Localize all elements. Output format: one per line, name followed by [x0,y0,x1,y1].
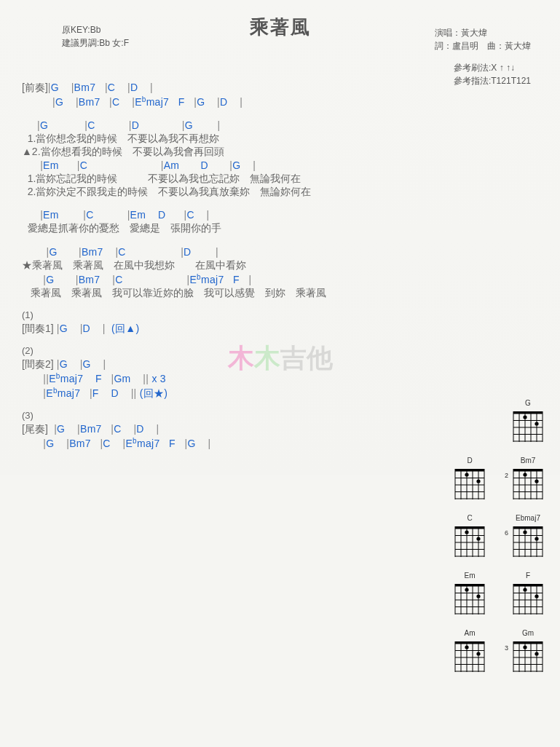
chord-diagram-f: F [509,572,547,616]
original-key: 原KEY:Bb [62,23,129,36]
fretboard-icon [452,466,487,501]
prechorus-lyric: 愛總是抓著你的憂愁 愛總是 張開你的手 [22,221,538,234]
section-1-num: (1) [22,309,538,322]
fretboard-icon: 6 [510,523,545,558]
verse-block: |G |C |D |G | 1.當你想念我的時候 不要以為我不再想妳 ▲2.當你… [22,119,538,198]
chorus-block: |G |Bm7 |C |D | ★乘著風 乘著風 在風中我想妳 在風中看妳 |G… [22,245,538,299]
section-2-num: (2) [22,345,538,357]
verse-lyric-2b: 2.當妳決定不跟我走的時候 不要以為我真放棄妳 無論妳何在 [22,185,538,198]
fretboard-icon [510,581,545,616]
chord-diagram-label: D [451,456,489,465]
chord-diagram-row: DBm72 [438,456,547,501]
chord-diagram-row: CEbmaj76 [438,514,547,558]
credits: 演唱：黃大煒 詞：盧昌明 曲：黃大煒 [435,26,531,52]
chord-diagram-g: G [509,399,547,443]
chord-diagram-d: D [451,456,489,501]
interlude-2-line3: |Ebmaj7 |F D || (回★) [22,385,538,400]
finger-pattern: 參考指法:T121T121 [454,74,531,87]
svg-point-27 [476,479,480,483]
singer: 演唱：黃大煒 [435,26,531,39]
svg-point-69 [535,537,538,540]
fretboard-icon: 3 [510,639,545,673]
svg-point-54 [465,530,468,534]
chord-diagram-row: EmF [438,572,547,616]
svg-point-111 [476,652,480,655]
chord-diagram-gm: Gm3 [509,629,547,673]
chord-diagram-label: Ebmaj7 [509,514,547,522]
chord-diagram-label: Bm7 [509,456,547,465]
chord-diagrams: GDBm72CEbmaj76EmFAmGm3 [438,399,547,687]
chord-diagram-ebmaj7: Ebmaj76 [509,514,547,558]
fretboard-icon [510,408,545,443]
chord-diagram-label: G [509,399,547,407]
svg-point-40 [523,473,527,476]
chord-diagram-label: Am [451,629,489,637]
chorus-chords-1: |G |Bm7 |C |D | [22,245,538,258]
verse-chords-2: |Em |C |Am D |G | [22,159,538,172]
fret-number: 3 [505,644,508,652]
fret-number: 2 [505,472,508,479]
svg-point-83 [476,594,480,598]
svg-point-41 [535,479,538,483]
fretboard-icon [452,523,487,558]
reference-box: 參考刷法:X ↑ ↑↓ 參考指法:T121T121 [454,61,531,87]
svg-point-110 [465,645,468,649]
fretboard-icon [452,581,487,616]
verse-lyric-2a: 1.當妳忘記我的時候 不要以為我也忘記妳 無論我何在 [22,172,538,185]
strum-pattern: 參考刷法:X ↑ ↑↓ [454,61,531,74]
chord-diagram-label: Gm [509,629,547,637]
fret-number: 6 [505,529,508,537]
fretboard-icon: 2 [510,466,545,501]
suggested-key: 建議男調:Bb 女:F [62,36,129,50]
svg-point-13 [535,422,538,425]
lyricist-composer: 詞：盧昌明 曲：黃大煒 [435,39,531,52]
chord-diagram-em: Em [451,572,489,616]
fretboard-icon [452,639,487,673]
svg-point-124 [523,645,527,649]
interlude-2: [間奏2] |G |G | ||Ebmaj7 F |Gm || x 3 |Ebm… [22,357,538,400]
chord-diagram-am: Am [451,629,489,673]
key-info: 原KEY:Bb 建議男調:Bb 女:F [62,23,129,50]
svg-point-26 [465,473,468,476]
chord-diagram-label: F [509,572,547,580]
svg-point-96 [523,588,527,591]
chord-sheet-page: 乘著風 原KEY:Bb 建議男調:Bb 女:F 演唱：黃大煒 詞：盧昌明 曲：黃… [0,0,560,475]
svg-point-82 [465,588,468,591]
chord-diagram-row: AmGm3 [438,629,547,673]
chord-diagram-row: G [438,399,547,443]
chord-diagram-bm7: Bm72 [509,456,547,501]
chord-diagram-label: C [451,514,489,522]
chord-diagram-c: C [451,514,489,558]
svg-point-55 [476,537,480,540]
svg-point-68 [523,530,527,534]
chord-diagram-label: Em [451,572,489,580]
verse-lyric-1b: ▲2.當你想看我的時候 不要以為我會再回頭 [22,145,538,158]
svg-point-97 [535,594,538,598]
prechorus-chords: |Em |C |Em D |C | [22,208,538,221]
verse-chords-1: |G |C |D |G | [22,119,538,132]
chorus-lyric-1: ★乘著風 乘著風 在風中我想妳 在風中看妳 [22,258,538,272]
chorus-lyric-2: 乘著風 乘著風 我可以靠近妳的臉 我可以感覺 到妳 乘著風 [22,286,538,299]
interlude-2-line2: ||Ebmaj7 F |Gm || x 3 [22,371,538,385]
intro-line2: |G |Bm7 |C |Ebmaj7 F |G |D | [52,94,538,108]
svg-point-12 [523,415,527,419]
svg-point-125 [535,652,538,655]
sheet-body: [前奏]|G |Bm7 |C |D | |G |Bm7 |C |Ebmaj7 F… [22,81,538,450]
interlude-1: [間奏1] |G |D | (回▲) [22,322,538,335]
prechorus-block: |Em |C |Em D |C | 愛總是抓著你的憂愁 愛總是 張開你的手 [22,208,538,234]
chorus-chords-2: |G |Bm7 |C |Ebmaj7 F | [22,272,538,286]
verse-lyric-1a: 1.當你想念我的時候 不要以為我不再想妳 [22,132,538,145]
